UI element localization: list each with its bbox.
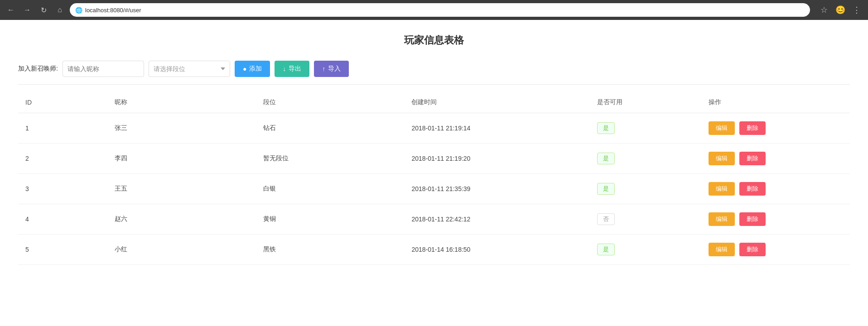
header-row: ID 昵称 段位 创建时间 是否可用 操作 bbox=[18, 92, 850, 113]
home-button[interactable]: ⌂ bbox=[53, 4, 66, 16]
delete-button[interactable]: 删除 bbox=[739, 121, 766, 135]
rank-select[interactable]: 请选择段位 黑铁 黄铜 白银 黄金 铂金 钻石 bbox=[149, 61, 230, 77]
toolbar-label: 加入新召唤师: bbox=[18, 65, 58, 73]
cell-nickname: 王五 bbox=[107, 174, 256, 204]
status-badge: 是 bbox=[597, 244, 615, 255]
delete-button[interactable]: 删除 bbox=[739, 152, 766, 165]
delete-button[interactable]: 删除 bbox=[739, 212, 766, 226]
cell-action: 编辑 删除 bbox=[701, 204, 850, 235]
cell-id: 5 bbox=[18, 235, 107, 265]
secure-icon: 🌐 bbox=[75, 7, 82, 14]
cell-time: 2018-01-11 21:19:20 bbox=[404, 144, 590, 174]
table-body: 1 张三 钻石 2018-01-11 21:19:14 是 编辑 删除 2 李四… bbox=[18, 113, 850, 265]
edit-button[interactable]: 编辑 bbox=[709, 212, 735, 226]
table-row: 1 张三 钻石 2018-01-11 21:19:14 是 编辑 删除 bbox=[18, 113, 850, 144]
browser-actions: ☆ 😊 ⋮ bbox=[817, 3, 863, 17]
cell-id: 1 bbox=[18, 113, 107, 144]
col-header-nickname: 昵称 bbox=[107, 92, 256, 113]
cell-time: 2018-01-11 22:42:12 bbox=[404, 204, 590, 235]
url-input[interactable] bbox=[85, 7, 805, 14]
bookmark-button[interactable]: ☆ bbox=[817, 3, 831, 17]
cell-rank: 黑铁 bbox=[256, 235, 405, 265]
upload-icon: ↑ bbox=[322, 65, 325, 72]
cell-status: 是 bbox=[590, 174, 701, 204]
cell-id: 2 bbox=[18, 144, 107, 174]
user-avatar-button[interactable]: 😊 bbox=[834, 3, 847, 17]
cell-time: 2018-01-11 21:35:39 bbox=[404, 174, 590, 204]
cell-status: 是 bbox=[590, 113, 701, 144]
status-badge: 是 bbox=[597, 183, 615, 195]
delete-button[interactable]: 删除 bbox=[739, 182, 766, 196]
forward-button[interactable]: → bbox=[21, 4, 34, 16]
edit-button[interactable]: 编辑 bbox=[709, 182, 735, 196]
table-row: 5 小红 黑铁 2018-01-14 16:18:50 是 编辑 删除 bbox=[18, 235, 850, 265]
cell-rank: 暂无段位 bbox=[256, 144, 405, 174]
page-content: 玩家信息表格 加入新召唤师: 请选择段位 黑铁 黄铜 白银 黄金 铂金 钻石 ●… bbox=[0, 20, 868, 326]
col-header-time: 创建时间 bbox=[404, 92, 590, 113]
data-table: ID 昵称 段位 创建时间 是否可用 操作 1 张三 钻石 2018-01-11… bbox=[18, 92, 850, 265]
download-icon: ↓ bbox=[283, 65, 286, 72]
cell-rank: 黄铜 bbox=[256, 204, 405, 235]
nickname-input[interactable] bbox=[63, 61, 144, 77]
menu-button[interactable]: ⋮ bbox=[850, 3, 863, 17]
cell-action: 编辑 删除 bbox=[701, 113, 850, 144]
plus-icon: ● bbox=[243, 65, 246, 72]
status-badge: 是 bbox=[597, 122, 615, 134]
page-title: 玩家信息表格 bbox=[18, 34, 850, 47]
reload-button[interactable]: ↻ bbox=[37, 4, 50, 16]
cell-status: 否 bbox=[590, 204, 701, 235]
browser-chrome: ← → ↻ ⌂ 🌐 ☆ 😊 ⋮ bbox=[0, 0, 868, 20]
col-header-action: 操作 bbox=[701, 92, 850, 113]
cell-nickname: 赵六 bbox=[107, 204, 256, 235]
table-header: ID 昵称 段位 创建时间 是否可用 操作 bbox=[18, 92, 850, 113]
cell-id: 3 bbox=[18, 174, 107, 204]
cell-nickname: 小红 bbox=[107, 235, 256, 265]
export-button[interactable]: ↓ 导出 bbox=[275, 61, 309, 77]
address-bar: 🌐 bbox=[70, 3, 810, 17]
status-badge: 是 bbox=[597, 153, 615, 164]
delete-button[interactable]: 删除 bbox=[739, 243, 766, 256]
table-row: 4 赵六 黄铜 2018-01-11 22:42:12 否 编辑 删除 bbox=[18, 204, 850, 235]
edit-button[interactable]: 编辑 bbox=[709, 152, 735, 165]
cell-time: 2018-01-11 21:19:14 bbox=[404, 113, 590, 144]
cell-action: 编辑 删除 bbox=[701, 174, 850, 204]
cell-rank: 白银 bbox=[256, 174, 405, 204]
edit-button[interactable]: 编辑 bbox=[709, 121, 735, 135]
cell-nickname: 张三 bbox=[107, 113, 256, 144]
cell-rank: 钻石 bbox=[256, 113, 405, 144]
cell-id: 4 bbox=[18, 204, 107, 235]
cell-status: 是 bbox=[590, 235, 701, 265]
edit-button[interactable]: 编辑 bbox=[709, 243, 735, 256]
cell-nickname: 李四 bbox=[107, 144, 256, 174]
table-row: 3 王五 白银 2018-01-11 21:35:39 是 编辑 删除 bbox=[18, 174, 850, 204]
cell-status: 是 bbox=[590, 144, 701, 174]
table-row: 2 李四 暂无段位 2018-01-11 21:19:20 是 编辑 删除 bbox=[18, 144, 850, 174]
status-badge: 否 bbox=[597, 213, 615, 225]
cell-time: 2018-01-14 16:18:50 bbox=[404, 235, 590, 265]
col-header-status: 是否可用 bbox=[590, 92, 701, 113]
cell-action: 编辑 删除 bbox=[701, 144, 850, 174]
add-button[interactable]: ● 添加 bbox=[235, 61, 270, 77]
cell-action: 编辑 删除 bbox=[701, 235, 850, 265]
col-header-id: ID bbox=[18, 92, 107, 113]
col-header-rank: 段位 bbox=[256, 92, 405, 113]
toolbar: 加入新召唤师: 请选择段位 黑铁 黄铜 白银 黄金 铂金 钻石 ● 添加 ↓ 导… bbox=[18, 61, 850, 85]
import-button[interactable]: ↑ 导入 bbox=[314, 61, 349, 77]
back-button[interactable]: ← bbox=[5, 4, 17, 16]
